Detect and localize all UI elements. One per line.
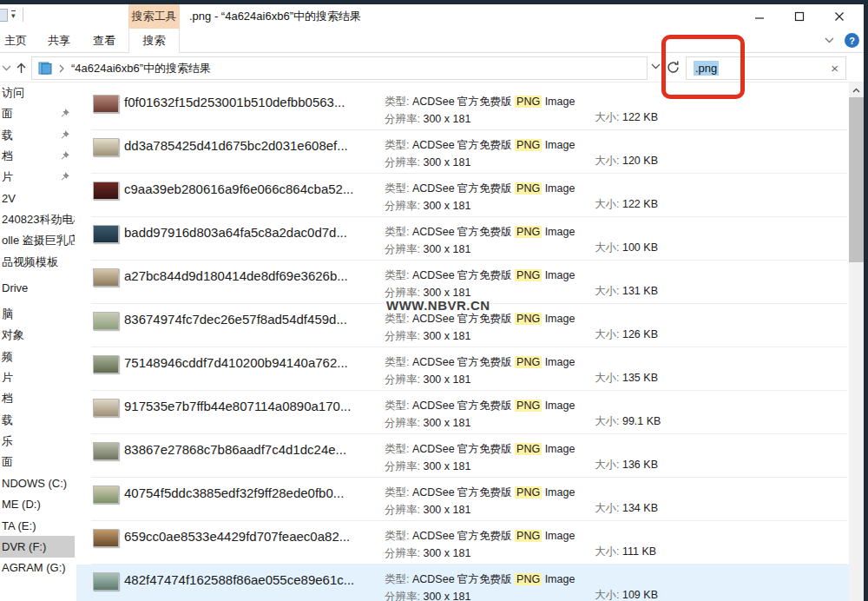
size-label: 大小:	[595, 545, 619, 558]
file-row[interactable]: c9aa39eb280616a9f6e066c864cba52... 类型: A…	[76, 174, 849, 217]
tab-home[interactable]: 主页	[0, 29, 36, 53]
sidebar-item[interactable]: 脑	[0, 304, 75, 325]
sidebar-item[interactable]: NDOWS (C:)	[0, 472, 75, 493]
sidebar-item[interactable]: 面	[0, 103, 75, 124]
file-name[interactable]: 482f47474f162588f86ae055ce89e61c...	[124, 572, 354, 587]
file-thumbnail[interactable]	[93, 225, 119, 243]
navigation-pane: 访问 面 载 档 片 2V 240823科劲电机 olle 盗摄巨乳店	[0, 83, 75, 601]
minimize-button[interactable]	[740, 4, 779, 29]
sidebar-item[interactable]: ME (D:)	[0, 494, 75, 515]
file-row[interactable]: badd97916d803a64fa5c8a2dac0d7d... 类型: AC…	[76, 217, 849, 261]
file-name[interactable]: 83674974fc7dec26e57f8ad54df459d...	[124, 312, 347, 327]
sidebar-item[interactable]: 载	[0, 409, 75, 430]
sidebar-item[interactable]: AGRAM (G:)	[0, 558, 75, 578]
sidebar-item[interactable]: TA (E:)	[0, 515, 75, 536]
file-type-line: 类型: ACDSee 官方免费版 PNG Image	[385, 442, 575, 457]
sidebar-item-label: NDOWS (C:)	[2, 477, 67, 490]
address-bar[interactable]: “4a624ai6xb6”中的搜索结果	[31, 56, 648, 80]
tab-search[interactable]: 搜索	[128, 29, 180, 53]
sidebar-item[interactable]: 面	[0, 452, 75, 472]
sidebar-item[interactable]: 档	[0, 388, 75, 409]
close-button[interactable]	[819, 4, 859, 29]
sidebar-item[interactable]: DVR (F:)	[0, 536, 75, 557]
sidebar-item[interactable]: 档	[0, 146, 75, 167]
navigation-bar: “4a624ai6xb6”中的搜索结果 .png ×	[0, 54, 864, 83]
sidebar-item[interactable]: 品视频模板	[0, 251, 75, 272]
file-row[interactable]: f0f01632f15d253001b510defbb0563... 类型: A…	[76, 87, 849, 130]
maximize-button[interactable]	[779, 4, 819, 29]
file-thumbnail[interactable]	[93, 312, 119, 330]
breadcrumb-chevron-icon[interactable]	[59, 64, 64, 73]
file-type-line: 类型: ACDSee 官方免费版 PNG Image	[385, 572, 575, 587]
sidebar-item[interactable]: 2V	[0, 188, 75, 208]
file-name[interactable]: f0f01632f15d253001b510defbb0563...	[124, 95, 345, 109]
sidebar-item[interactable]: 片	[0, 367, 75, 388]
file-row[interactable]: 75148946cddf7d410200b94140a762... 类型: AC…	[76, 347, 849, 391]
file-list: f0f01632f15d253001b510defbb0563... 类型: A…	[76, 83, 849, 601]
file-size-line: 大小: 135 KB	[595, 371, 658, 386]
file-name[interactable]: 659cc0ae8533e4429fd707feaec0a82...	[124, 529, 350, 544]
file-thumbnail[interactable]	[93, 138, 119, 156]
file-size-line: 大小: 131 KB	[595, 284, 658, 299]
sidebar-item[interactable]: 频	[0, 347, 75, 367]
file-row[interactable]: 917535e7b7ffb44e807114a0890a170... 类型: A…	[76, 391, 849, 434]
file-row[interactable]: 482f47474f162588f86ae055ce89e61c... 类型: …	[76, 565, 849, 601]
refresh-icon[interactable]	[666, 60, 681, 75]
size-value: 122 KB	[622, 198, 658, 210]
sidebar-item[interactable]: olle 盗摄巨乳店	[0, 230, 75, 251]
file-row[interactable]: 83867e27868c7b86aadf7c4d1dc24e... 类型: AC…	[76, 434, 849, 478]
tab-share[interactable]: 共享	[38, 29, 80, 53]
file-thumbnail[interactable]	[93, 268, 119, 287]
sidebar-item[interactable]: 片	[0, 167, 75, 188]
explorer-window: ▾ 搜索工具 .png - “4a624ai6xb6”中的搜索结果 主页 共享	[0, 4, 864, 601]
file-name[interactable]: c9aa39eb280616a9f6e066c864cba52...	[124, 182, 353, 196]
file-name[interactable]: 75148946cddf7d410200b94140a762...	[124, 355, 348, 370]
file-name[interactable]: 917535e7b7ffb44e807114a0890a170...	[124, 399, 351, 413]
up-directory-icon[interactable]	[15, 61, 28, 75]
file-thumbnail[interactable]	[93, 182, 119, 200]
file-name[interactable]: dd3a785425d41d675bc2d031e608ef...	[124, 138, 348, 153]
file-row[interactable]: 40754f5ddc3885edf32f9ff28ede0fb0... 类型: …	[76, 478, 849, 521]
file-thumbnail[interactable]	[93, 355, 119, 373]
file-name[interactable]: 40754f5ddc3885edf32f9ff28ede0fb0...	[124, 485, 344, 500]
help-icon[interactable]: ?	[845, 33, 859, 48]
file-size-line: 大小: 111 KB	[595, 545, 656, 559]
qat-customize-button[interactable]: ▾	[11, 10, 16, 20]
back-history-chevron-icon[interactable]	[2, 65, 11, 71]
search-input-value[interactable]: .png	[694, 61, 719, 76]
file-name[interactable]: 83867e27868c7b86aadf7c4d1dc24e...	[124, 442, 346, 457]
type-value-suffix: Image	[545, 573, 575, 585]
search-input[interactable]: .png ×	[686, 56, 846, 80]
sidebar-item[interactable]: 乐	[0, 431, 75, 452]
scrollbar-up-button[interactable]	[849, 83, 864, 97]
file-name[interactable]: a27bc844d9d180414de8df69e3626b...	[124, 268, 348, 283]
file-thumbnail[interactable]	[93, 399, 119, 417]
sidebar-item[interactable]: 对象	[0, 325, 75, 346]
file-resolution-line: 分辨率: 300 x 181	[385, 546, 470, 561]
file-thumbnail[interactable]	[93, 485, 119, 504]
sidebar-item[interactable]: 240823科劲电机	[0, 209, 75, 230]
sidebar-item[interactable]: Drive	[0, 278, 75, 299]
clear-search-icon[interactable]: ×	[831, 62, 838, 75]
file-name[interactable]: badd97916d803a64fa5c8a2dac0d7d...	[124, 225, 347, 240]
close-icon	[834, 11, 845, 22]
file-thumbnail[interactable]	[93, 529, 119, 547]
ribbon-expand-chevron-icon[interactable]	[825, 37, 834, 43]
sidebar-item[interactable]: 访问	[0, 83, 75, 103]
sidebar-item-label: 面	[2, 454, 13, 470]
type-value-suffix: Image	[545, 443, 575, 455]
file-thumbnail[interactable]	[93, 95, 119, 113]
search-tools-contextual-tab[interactable]: 搜索工具	[128, 4, 180, 29]
tab-view[interactable]: 查看	[83, 29, 125, 53]
file-row[interactable]: 659cc0ae8533e4429fd707feaec0a82... 类型: A…	[76, 521, 849, 565]
size-label: 大小:	[595, 589, 619, 601]
breadcrumb-path[interactable]: “4a624ai6xb6”中的搜索结果	[71, 61, 211, 76]
file-thumbnail[interactable]	[93, 572, 119, 591]
file-row[interactable]: dd3a785425d41d675bc2d031e608ef... 类型: AC…	[76, 130, 849, 174]
address-dropdown-chevron-icon[interactable]	[651, 63, 661, 69]
scrollbar-thumb[interactable]	[849, 97, 864, 262]
type-value-prefix: ACDSee 官方免费版	[412, 486, 512, 499]
vertical-scrollbar[interactable]	[849, 83, 864, 601]
sidebar-item[interactable]: 载	[0, 125, 75, 146]
file-thumbnail[interactable]	[93, 442, 119, 460]
